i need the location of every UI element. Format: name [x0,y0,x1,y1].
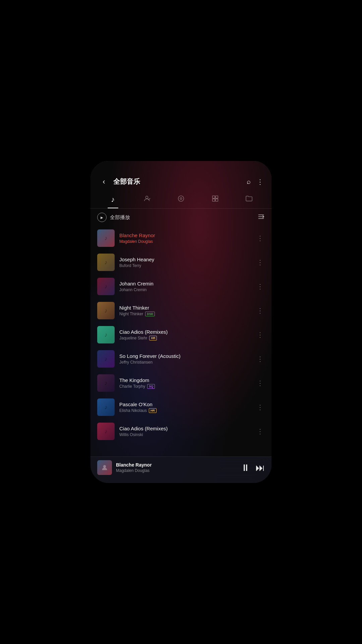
song-artist-row: Willis Osinski [119,432,251,437]
song-artist: Willis Osinski [119,432,143,437]
thumb-icon: ♪ [97,326,115,343]
svg-point-0 [146,196,148,199]
now-playing-info: Blanche Raynor Magdalen Douglas [116,462,237,473]
now-playing-bar[interactable]: Blanche Raynor Magdalen Douglas ⏸ ⏭ [90,457,272,483]
play-all-button[interactable]: ▶ [97,213,107,222]
svg-point-2 [180,198,182,200]
song-info: Joseph Heaney Buford Terry [119,257,251,268]
thumb-icon: ♪ [97,302,115,319]
song-more-button[interactable]: ⋮ [255,402,265,413]
now-playing-controls: ⏸ ⏭ [241,462,265,473]
song-artist: Magdalen Douglas [119,239,153,244]
song-more-button[interactable]: ⋮ [255,426,265,437]
page-title: 全部音乐 [113,177,243,186]
song-artist-row: Buford Terry [119,263,251,268]
song-title: So Long Forever (Acoustic) [119,353,251,359]
song-title: Night Thinker [119,305,251,311]
tab-songs[interactable]: ♪ [96,192,130,208]
song-thumbnail: ♪ [97,374,115,392]
song-item[interactable]: ♪ Ciao Adios (Remixes) Jaqueline Stehr H… [90,323,272,347]
song-more-button[interactable]: ⋮ [255,233,265,244]
folder-icon [245,195,253,204]
svg-rect-6 [215,199,218,201]
music-note-icon: ♪ [111,195,115,204]
song-artist-row: Elisha Nikolaus HR [119,408,251,413]
tab-playlists[interactable] [198,192,232,208]
song-thumbnail: ♪ [97,423,115,440]
play-all-label: 全部播放 [110,214,254,221]
tab-albums[interactable] [164,192,198,208]
song-more-button[interactable]: ⋮ [255,305,265,316]
song-title: Pascale O'Kon [119,401,251,407]
song-more-button[interactable]: ⋮ [255,378,265,388]
header-icons: ⌕ ⋮ [247,178,263,186]
song-more-button[interactable]: ⋮ [255,329,265,340]
album-icon [177,195,185,204]
song-thumbnail: ♪ [97,350,115,368]
song-item[interactable]: ♪ Blanche Raynor Magdalen Douglas ⋮ [90,226,272,250]
song-item[interactable]: ♪ Night Thinker Night Thinker DSD ⋮ [90,299,272,323]
song-title: Johann Cremin [119,281,251,286]
song-thumbnail: ♪ [97,326,115,343]
thumb-icon: ♪ [97,229,115,247]
song-item[interactable]: ♪ Pascale O'Kon Elisha Nikolaus HR ⋮ [90,395,272,419]
song-artist-row: Night Thinker DSD [119,312,251,316]
song-item[interactable]: ♪ Joseph Heaney Buford Terry ⋮ [90,250,272,274]
playlist-icon [212,195,219,204]
tab-bar: ♪ [90,190,272,209]
thumb-icon: ♪ [97,278,115,295]
tab-artists[interactable] [130,192,164,208]
song-info: Blanche Raynor Magdalen Douglas [119,232,251,244]
sort-icon[interactable] [257,213,265,222]
song-info: Johann Cremin Johann Cremin [119,281,251,292]
now-playing-title: Blanche Raynor [116,462,237,468]
song-title: Ciao Adios (Remixes) [119,329,251,335]
song-thumbnail: ♪ [97,254,115,271]
song-more-button[interactable]: ⋮ [255,281,265,292]
song-info: Ciao Adios (Remixes) Willis Osinski [119,426,251,437]
song-thumbnail: ♪ [97,229,115,247]
song-item[interactable]: ♪ Ciao Adios (Remixes) Willis Osinski ⋮ [90,419,272,443]
song-item[interactable]: ♪ The Kingdom Charlie Torphy SQ ⋮ [90,371,272,395]
song-title: Joseph Heaney [119,257,251,262]
song-item[interactable]: ♪ Johann Cremin Johann Cremin ⋮ [90,274,272,299]
back-button[interactable]: ‹ [99,177,109,186]
song-more-button[interactable]: ⋮ [255,257,265,268]
song-info: So Long Forever (Acoustic) Jeffry Christ… [119,353,251,365]
thumb-icon: ♪ [97,423,115,440]
song-artist: Night Thinker [119,312,143,316]
song-artist-row: Jaqueline Stehr HR [119,336,251,340]
search-icon[interactable]: ⌕ [247,178,251,185]
more-menu-icon[interactable]: ⋮ [257,178,263,186]
song-title: Ciao Adios (Remixes) [119,426,251,431]
pause-button[interactable]: ⏸ [241,462,250,473]
song-thumbnail: ♪ [97,278,115,295]
song-badge: SQ [147,384,155,389]
svg-rect-5 [212,199,215,201]
phone-device: ‹ 全部音乐 ⌕ ⋮ ♪ [90,161,272,483]
next-button[interactable]: ⏭ [255,462,265,473]
song-badge: DSD [145,312,155,316]
thumb-icon: ♪ [97,254,115,271]
header: ‹ 全部音乐 ⌕ ⋮ [90,161,272,190]
song-item[interactable]: ♪ So Long Forever (Acoustic) Jeffry Chri… [90,347,272,371]
song-info: Pascale O'Kon Elisha Nikolaus HR [119,401,251,413]
song-badge: HR [149,408,157,413]
song-artist: Charlie Torphy [119,384,145,389]
song-thumbnail: ♪ [97,302,115,319]
song-info: Night Thinker Night Thinker DSD [119,305,251,316]
song-artist: Jaqueline Stehr [119,336,147,340]
song-list: ♪ Blanche Raynor Magdalen Douglas ⋮ ♪ Jo… [90,226,272,457]
song-more-button[interactable]: ⋮ [255,354,265,364]
song-artist-row: Jeffry Christiansen [119,360,251,365]
song-artist-row: Charlie Torphy SQ [119,384,251,389]
svg-point-10 [103,465,106,468]
thumb-icon: ♪ [97,374,115,392]
artist-icon [143,195,150,204]
song-artist-row: Johann Cremin [119,287,251,292]
tab-folders[interactable] [232,192,266,208]
song-info: Ciao Adios (Remixes) Jaqueline Stehr HR [119,329,251,340]
thumb-icon: ♪ [97,398,115,416]
thumb-icon: ♪ [97,350,115,368]
song-title: The Kingdom [119,377,251,383]
